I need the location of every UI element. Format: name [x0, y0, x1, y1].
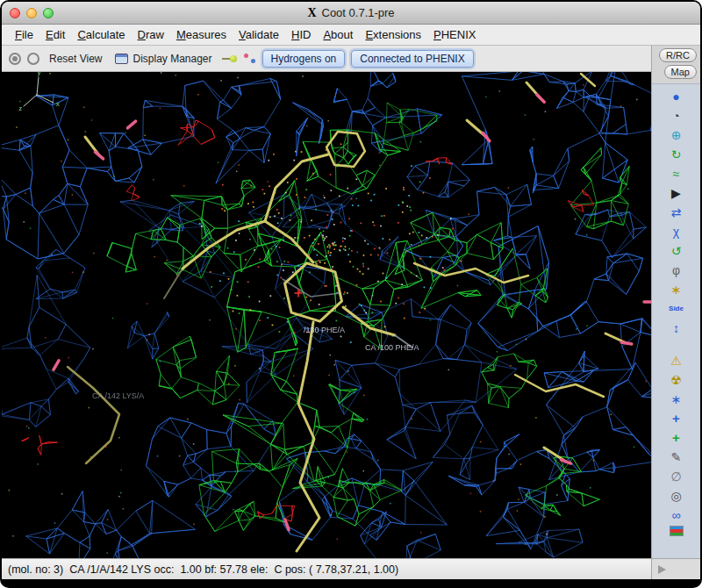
- right-panel: R/RC Map ● ◔ ⊕ ↻ ≈ ▶ ⇄ χ ↺ φ ∗ Side ↕: [651, 46, 700, 579]
- side-chain-flip-tag[interactable]: Side: [667, 300, 686, 317]
- flag-icon[interactable]: [670, 526, 684, 536]
- add-residue-icon[interactable]: +: [667, 429, 686, 446]
- rigid-body-icon[interactable]: ▶: [667, 184, 686, 201]
- molecule-link-icon[interactable]: [222, 54, 237, 62]
- window-title: X Coot 0.7.1-pre: [2, 2, 700, 24]
- menu-about[interactable]: About: [317, 26, 359, 43]
- menu-calculate[interactable]: Calculate: [71, 26, 131, 43]
- menu-validate[interactable]: Validate: [233, 26, 285, 43]
- circle-dot-icon[interactable]: [9, 53, 21, 65]
- torsion-general-icon[interactable]: ∗: [667, 281, 686, 298]
- menu-edit[interactable]: Edit: [39, 26, 71, 43]
- residue-label: /130 PHE/A: [304, 326, 345, 334]
- corner-cell: [652, 558, 700, 579]
- pencil-icon[interactable]: ✎: [667, 448, 686, 465]
- menu-file[interactable]: File: [9, 26, 39, 43]
- menu-measures[interactable]: Measures: [170, 26, 233, 43]
- menubar: File Edit Calculate Draw Measures Valida…: [2, 25, 700, 46]
- zoom-button[interactable]: [43, 8, 54, 18]
- menu-draw[interactable]: Draw: [132, 26, 170, 43]
- add-terminal-residue-icon[interactable]: ∗: [667, 391, 686, 407]
- menu-phenix[interactable]: PHENIX: [427, 26, 482, 43]
- molecule-viewport[interactable]: [2, 72, 651, 558]
- corner-play-icon[interactable]: [658, 565, 666, 574]
- menu-extensions[interactable]: Extensions: [359, 26, 427, 43]
- window-controls: [10, 8, 54, 18]
- rotate-translate-icon[interactable]: ⇄: [667, 204, 686, 220]
- titlebar[interactable]: X Coot 0.7.1-pre: [2, 2, 700, 25]
- warning-icon[interactable]: ⚠: [667, 352, 686, 369]
- regularize-icon[interactable]: ≈: [667, 165, 686, 182]
- window-title-text: Coot 0.7.1-pre: [322, 6, 395, 19]
- clock-icon[interactable]: ◔: [667, 107, 686, 124]
- close-button[interactable]: [10, 8, 20, 18]
- circle-icon[interactable]: [27, 53, 39, 65]
- edit-chi-angles-icon[interactable]: φ: [667, 262, 686, 278]
- delete-icon[interactable]: ∅: [667, 468, 686, 484]
- rotamers-icon[interactable]: ↺: [667, 242, 686, 259]
- reset-view-label: Reset View: [49, 53, 102, 65]
- overlap-icon[interactable]: ∞: [667, 506, 686, 523]
- coot-application: X Coot 0.7.1-pre File Edit Calculate Dra…: [2, 2, 700, 579]
- auto-fit-rotamer-icon[interactable]: χ: [667, 223, 686, 240]
- radioactive-icon[interactable]: ☢: [667, 371, 686, 388]
- add-atom-icon[interactable]: +: [667, 410, 686, 427]
- window: X Coot 0.7.1-pre File Edit Calculate Dra…: [0, 0, 702, 588]
- refine-zone-icon[interactable]: ↻: [667, 146, 686, 162]
- flip-peptide-icon[interactable]: ↕: [667, 319, 686, 336]
- display-manager-icon: [115, 54, 128, 64]
- rrc-button[interactable]: R/RC: [659, 48, 697, 62]
- sphere-icon[interactable]: ●: [667, 88, 686, 104]
- status-text: (mol. no: 3) CA /1/A/142 LYS occ: 1.00 b…: [8, 563, 398, 576]
- reset-view-button[interactable]: Reset View: [46, 51, 105, 67]
- display-manager-button[interactable]: Display Manager: [111, 51, 215, 67]
- content-row: Reset View Display Manager Hydrogens on …: [2, 46, 700, 579]
- menu-hid[interactable]: HID: [285, 26, 317, 43]
- toolbar: Reset View Display Manager Hydrogens on …: [2, 46, 651, 72]
- residue-label: CA /142 LYS/A: [92, 391, 144, 400]
- hydrogens-toggle-button[interactable]: Hydrogens on: [262, 50, 346, 68]
- map-button[interactable]: Map: [664, 65, 697, 79]
- residue-label: CA /100 PHE/A: [365, 343, 419, 352]
- sphere-toggle-icon[interactable]: ◎: [667, 487, 686, 504]
- statusbar: (mol. no: 3) CA /1/A/142 LYS occ: 1.00 b…: [2, 558, 651, 579]
- crosshair-icon[interactable]: ⊕: [667, 126, 686, 143]
- main-column: Reset View Display Manager Hydrogens on …: [2, 46, 651, 579]
- x11-icon: X: [307, 6, 316, 20]
- viewport-container: /130 PHE/A CA /100 PHE/A CA /142 LYS/A: [2, 72, 651, 558]
- phenix-connection-button[interactable]: Connected to PHENIX: [351, 50, 473, 68]
- atom-labels-icon[interactable]: [243, 53, 256, 64]
- display-manager-label: Display Manager: [133, 53, 211, 65]
- modelling-toolbar: ● ◔ ⊕ ↻ ≈ ▶ ⇄ χ ↺ φ ∗ Side ↕ ⚠ ☢ ∗: [652, 83, 700, 558]
- minimize-button[interactable]: [26, 8, 37, 18]
